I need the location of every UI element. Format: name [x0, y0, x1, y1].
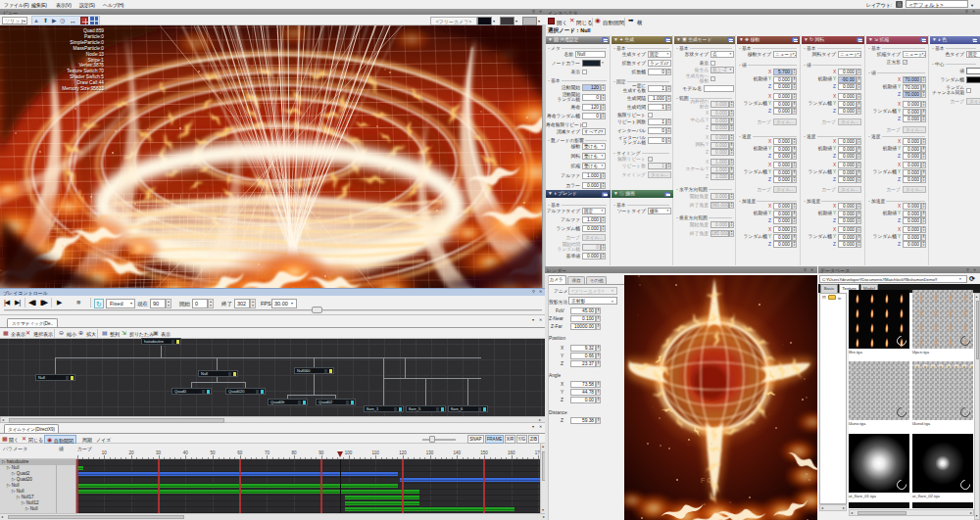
svg-text:F O: F O — [701, 477, 712, 484]
